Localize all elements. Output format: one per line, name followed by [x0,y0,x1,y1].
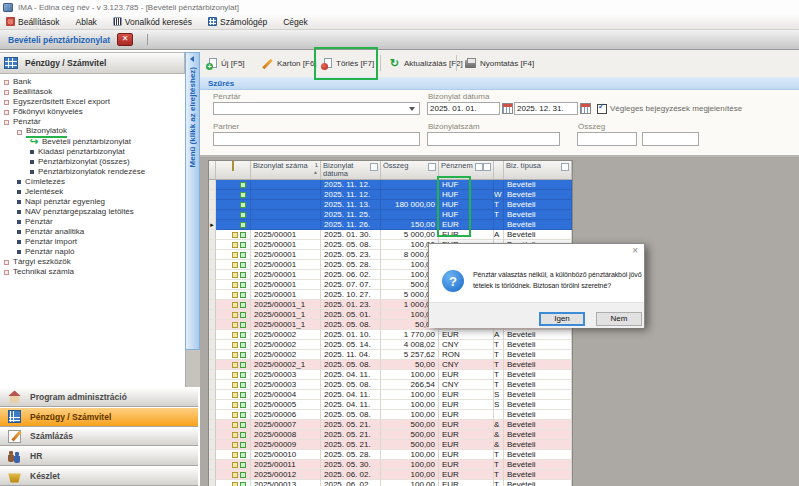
column-filter-icon[interactable] [483,163,491,171]
date-from-input[interactable] [427,102,500,115]
row-indicator [209,480,216,486]
sidebar-item-pénztár[interactable]: Pénztár [0,217,185,227]
table-row[interactable]: 2025/000062025. 05. 08.100,00EURBevételi [209,410,572,420]
sidebar-item-beállítások[interactable]: Beállítások [0,87,185,97]
sidebar-item-napi-pénztár-egyenleg[interactable]: Napi pénztár egyenleg [0,197,185,207]
toolbar-button-új-f5[interactable]: Új [F5] [205,55,249,71]
partner-input[interactable] [213,132,420,146]
menu-item-beállítások[interactable]: Beállítások [6,17,60,27]
table-row[interactable]: ▸2025. 11. 26.150,00EURBevételi [209,220,572,230]
menu-item-ablak[interactable]: Ablak [76,17,97,27]
calendar-icon[interactable] [580,103,591,114]
toolbar-button-aktualizálás-f2[interactable]: Aktualizálás [F2] [380,55,467,71]
sidebar-item-pénztár-napló[interactable]: Pénztár napló [0,247,185,257]
final-entries-checkbox[interactable] [597,104,607,114]
sidebar-item-bevételi-pénztárbizonylat[interactable]: ↪Bevételi pénztárbizonylat [0,137,185,147]
tree-bullet-icon [30,160,34,164]
section-pénzügy-számvitel[interactable]: Pénzügy / Számvitel [0,407,198,427]
menu-item-cégek[interactable]: Cégek [283,17,308,27]
table-row[interactable]: 2025/000132025. 06. 02.100,00EURTBevétel… [209,480,572,486]
sidebar-item-jelentések[interactable]: Jelentések [0,187,185,197]
yes-button[interactable]: Igen [539,312,585,326]
sidebar-item-pénztárbizonylat-összes[interactable]: Pénztárbizonylat (összes) [0,157,185,167]
header-bizonylat-datuma[interactable]: Bizonylat dátuma [321,161,381,179]
sidebar-item-bank[interactable]: Bank [0,77,185,87]
dialog-close-icon[interactable]: × [632,246,638,256]
sidebar-item-kiadási-pénztárbizonylat[interactable]: Kiadási pénztárbizonylat [0,147,185,157]
sidebar-item-címletezés[interactable]: Címletezés [0,177,185,187]
filter-panel [200,90,799,157]
header-osszeg[interactable]: Összeg [381,161,439,179]
table-row[interactable]: 2025/000102025. 05. 28.100,00EURTBevétel… [209,450,572,460]
sidebar-item-tárgyi-eszközök[interactable]: Tárgyi eszközök [0,257,185,267]
cell-date: 2025. 11. 26. [321,220,381,230]
toolbar-button-karton-f6[interactable]: Karton [F6] [258,55,321,71]
no-button[interactable]: Nem [596,312,642,326]
table-row[interactable]: 2025/000072025. 05. 21.500,00EUR&Bevétel… [209,420,572,430]
table-row[interactable]: 2025/000112025. 05. 30.100,00EURTBevétel… [209,460,572,470]
cell-date: 2025. 04. 11. [321,390,381,400]
osszeg-to-input[interactable] [642,132,699,146]
green-status-icon [240,332,246,338]
osszeg-from-input[interactable] [577,132,637,146]
sidebar-item-főkönyvi-könyvelés[interactable]: Főkönyvi könyvelés [0,107,185,117]
sidebar-item-bizonylatok[interactable]: Bizonylatok [0,127,185,137]
table-row[interactable]: 2025/00002_12025. 05. 08.50,00CNYTBevéte… [209,360,572,370]
section-program-adminisztráció[interactable]: Program adminisztráció [0,387,198,407]
sidebar-item-pénztár-import[interactable]: Pénztár import [0,237,185,247]
header-biz-tipusa[interactable]: Biz. típusa [504,161,572,179]
sidebar-item-technikai-számla[interactable]: Technikai számla [0,267,185,277]
table-row[interactable]: 2025/000022025. 11. 04.5 257,62RONTBevét… [209,350,572,360]
table-row[interactable]: 2025/000022025. 05. 14.4 008,02CNYTBevét… [209,340,572,350]
table-row[interactable]: 2025/000022025. 01. 10.1 770,00EURABevét… [209,330,572,340]
table-row[interactable]: 2025/000032025. 05. 08.266,54CNYTBevétel… [209,380,572,390]
cell-amount: 4 008,02 [381,340,439,350]
table-row[interactable]: 2025/000092025. 05. 21.500,00EUR&Bevétel… [209,440,572,450]
toolbar-button-nyomtatás-f4[interactable]: Nyomtatás [F4] [456,55,538,71]
green-status-icon [240,182,246,188]
sidebar-item-egyszerűsített-excel-export[interactable]: Egyszerűsített Excel export [0,97,185,107]
header-bizonylat-szama[interactable]: Bizonylat száma 1 ▲ [251,161,321,179]
bizonylatszam-input[interactable] [427,132,560,146]
section-számlázás[interactable]: Számlázás [0,427,198,447]
table-row[interactable]: 2025. 11. 12.HUFBevételi [209,180,572,190]
row-indicator [209,180,216,190]
sidebar-item-pénztárbizonylatok-rendezése[interactable]: Pénztárbizonylatok rendezése [0,167,185,177]
menu-item-számológép[interactable]: Számológép [208,17,267,27]
menu-item-label: Beállítások [18,17,60,27]
column-filter-icon[interactable] [370,163,378,171]
edit-icon [262,58,273,69]
header-penznem[interactable]: Pénznem [439,161,494,179]
toolbar-button-törlés-f7[interactable]: Törlés [F7] [320,55,378,71]
tab-close-icon[interactable]: ✕ [117,33,133,46]
calendar-icon[interactable] [502,103,513,114]
table-row[interactable]: 2025/000032025. 04. 11.100,00EURTBevétel… [209,370,572,380]
cell-number: 2025/00012 [251,470,321,480]
column-filter-icon[interactable] [561,163,569,171]
table-row[interactable]: 2025. 11. 12.HUFWBevételi [209,190,572,200]
menu-collapse-strip[interactable]: Menü (klikk az elrejtéshez) [185,52,200,350]
header-currency-label: Pénznem [441,161,473,170]
section-hr[interactable]: HR [0,446,198,466]
sidebar-item-pénztár-analitika[interactable]: Pénztár analitika [0,227,185,237]
tab-bevételi-pénztárbizonylat[interactable]: Bevételi pénztárbizonylat [8,35,110,45]
row-indicator [209,360,216,370]
table-row[interactable]: 2025/000122025. 06. 02.100,00EURTBevétel… [209,470,572,480]
header-select-column[interactable] [216,161,251,179]
penztar-dropdown[interactable] [213,102,420,115]
section-készlet[interactable]: Készlet [0,466,198,486]
table-row[interactable]: 2025. 11. 25.HUFTBevételi [209,210,572,220]
header-partner[interactable] [494,161,504,179]
date-to-input[interactable] [514,102,578,115]
table-row[interactable]: 2025/000012025. 01. 30.5 000,00EURABevét… [209,230,572,240]
cell-number: 2025/00001 [251,290,321,300]
menu-item-vonalkód-keresés[interactable]: Vonalkód keresés [113,17,192,27]
table-row[interactable]: 2025/000052025. 04. 11.100,00EURSBevétel… [209,400,572,410]
sidebar-item-nav-pénztárgépszalag-letöltés[interactable]: NAV pénztárgépszalag letöltés [0,207,185,217]
table-row[interactable]: 2025. 11. 13.180 000,00HUFTBevételi [209,200,572,210]
table-row[interactable]: 2025/000082025. 05. 21.500,00EUR&Bevétel… [209,430,572,440]
table-row[interactable]: 2025/000042025. 04. 11.100,00EURSBevétel… [209,390,572,400]
column-filter-icon[interactable] [475,163,483,171]
tree-item-label: Napi pénztár egyenleg [25,197,105,207]
column-filter-icon[interactable] [428,163,436,171]
